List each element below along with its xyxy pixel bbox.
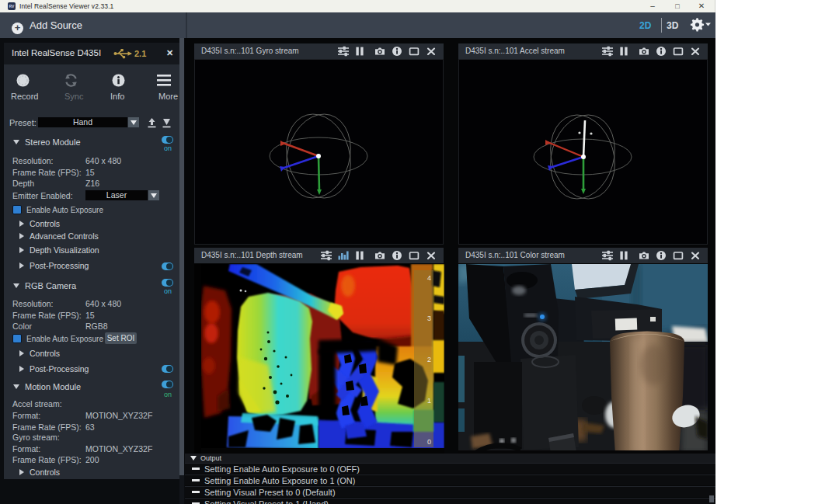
svg-text:0: 0 xyxy=(427,438,431,446)
svg-text:1: 1 xyxy=(427,397,431,405)
svg-text:2: 2 xyxy=(427,356,431,363)
svg-text:3: 3 xyxy=(427,315,431,322)
svg-text:4: 4 xyxy=(427,274,431,282)
